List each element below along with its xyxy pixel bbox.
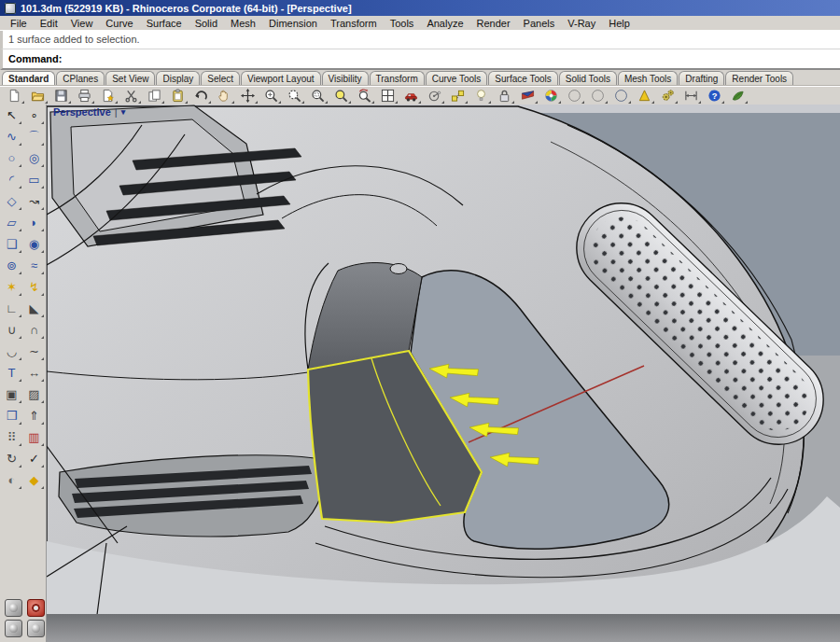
menu-item-mesh[interactable]: Mesh	[224, 17, 262, 30]
zoom-selected-icon[interactable]	[329, 87, 352, 105]
tab-set-view[interactable]: Set View	[105, 71, 155, 85]
tab-render-tools[interactable]: Render Tools	[725, 71, 793, 85]
zoom-in-icon[interactable]	[259, 87, 282, 105]
layer-icon[interactable]	[516, 87, 539, 105]
block-icon[interactable]: ▣	[1, 384, 23, 405]
rendered-mode-icon[interactable]	[609, 87, 632, 105]
sphere-icon[interactable]: ◉	[23, 233, 46, 255]
vray-options-icon[interactable]	[633, 87, 655, 105]
menu-item-solid[interactable]: Solid	[189, 17, 224, 30]
array-linear-icon[interactable]: ▥	[23, 426, 46, 448]
viewport-menu-caret-icon[interactable]: ▾	[121, 107, 126, 117]
vray-material-editor-icon[interactable]	[27, 620, 45, 637]
adjust-blend-icon[interactable]: ∼	[23, 341, 46, 362]
menu-item-transform[interactable]: Transform	[324, 17, 384, 30]
zoom-window-icon[interactable]	[306, 87, 329, 105]
menu-item-panels[interactable]: Panels	[517, 17, 562, 30]
curved-surface-icon[interactable]: ◗	[23, 212, 46, 233]
render-preview-icon[interactable]	[423, 87, 445, 105]
menu-item-file[interactable]: File	[4, 17, 34, 30]
blend-curve-icon[interactable]: ◡	[1, 341, 23, 362]
pan-view-icon[interactable]	[213, 87, 235, 105]
copy-icon[interactable]	[143, 87, 165, 105]
command-line[interactable]: Command:	[0, 49, 840, 70]
torus-icon[interactable]: ⊚	[1, 255, 23, 276]
tab-drafting[interactable]: Drafting	[679, 71, 724, 85]
perspective-viewport[interactable]: Perspective | ▾	[47, 105, 840, 642]
box-icon[interactable]: ❑	[1, 233, 23, 255]
tab-solid-tools[interactable]: Solid Tools	[559, 71, 617, 85]
dimension-icon[interactable]	[679, 87, 702, 105]
explode-icon[interactable]: ✶	[1, 276, 23, 298]
point-icon[interactable]: ∘	[23, 105, 46, 126]
tab-display[interactable]: Display	[156, 71, 200, 85]
boolean-difference-icon[interactable]: ∩	[23, 319, 46, 341]
viewport-title[interactable]: Perspective | ▾	[53, 106, 125, 118]
hatch-icon[interactable]: ▨	[23, 384, 46, 405]
menu-item-curve[interactable]: Curve	[99, 17, 139, 30]
arc-icon[interactable]: ◜	[1, 169, 23, 190]
trim-icon[interactable]: ↯	[23, 276, 46, 298]
ghosted-mode-icon[interactable]	[586, 87, 609, 105]
rectangle-icon[interactable]: ▭	[23, 169, 46, 190]
curve-icon[interactable]: ∿	[1, 126, 23, 147]
lights-icon[interactable]	[469, 87, 492, 105]
surface-blend-icon[interactable]: ≈	[23, 255, 46, 276]
tab-visibility[interactable]: Visibility	[322, 71, 369, 85]
select-pointer-icon[interactable]: ↖	[1, 105, 23, 126]
tab-transform[interactable]: Transform	[370, 71, 425, 85]
menu-item-surface[interactable]: Surface	[140, 17, 189, 30]
color-picker-icon[interactable]	[539, 87, 562, 105]
menu-item-analyze[interactable]: Analyze	[420, 17, 469, 30]
surface-icon[interactable]: ▱	[1, 212, 23, 233]
boolean-union-icon[interactable]: ∪	[1, 319, 23, 341]
vray-material-preview-icon[interactable]	[5, 599, 22, 617]
lock-objects-icon[interactable]	[493, 87, 515, 105]
menu-item-view[interactable]: View	[64, 17, 100, 30]
vray-frame-buffer-icon[interactable]	[5, 620, 22, 637]
menu-item-tools[interactable]: Tools	[384, 17, 421, 30]
visibility-icon[interactable]: ◐	[1, 469, 23, 491]
polygon-icon[interactable]: ◇	[1, 190, 23, 212]
new-file-icon[interactable]	[3, 87, 25, 105]
text-icon[interactable]: T	[1, 362, 23, 384]
print-icon[interactable]	[73, 87, 95, 105]
orient-icon[interactable]: ↻	[1, 448, 23, 469]
tab-select[interactable]: Select	[201, 71, 240, 85]
vray-render-icon[interactable]	[726, 87, 749, 105]
tab-curve-tools[interactable]: Curve Tools	[426, 71, 488, 85]
vray-stop-render-icon[interactable]	[27, 599, 45, 617]
viewport-layout-icon[interactable]	[376, 87, 399, 105]
cut-icon[interactable]	[119, 87, 142, 105]
menu-item-dimension[interactable]: Dimension	[262, 17, 324, 30]
viewport-canvas[interactable]	[47, 105, 840, 642]
circle-icon[interactable]: ○	[1, 147, 23, 169]
render-icon[interactable]	[399, 87, 422, 105]
zoom-dynamic-icon[interactable]	[283, 87, 305, 105]
menu-item-v-ray[interactable]: V-Ray	[561, 17, 602, 30]
options-icon[interactable]	[656, 87, 679, 105]
undo-icon[interactable]	[189, 87, 212, 105]
title-bar[interactable]: 101.3dm (522919 KB) - Rhinoceros Corpora…	[0, 0, 840, 16]
save-file-icon[interactable]	[49, 87, 72, 105]
rotate-view-icon[interactable]	[353, 87, 375, 105]
ellipse-icon[interactable]: ◎	[23, 147, 46, 169]
tab-surface-tools[interactable]: Surface Tools	[488, 71, 557, 85]
menu-item-edit[interactable]: Edit	[34, 17, 64, 30]
open-file-icon[interactable]	[26, 87, 49, 105]
command-input[interactable]	[67, 49, 840, 68]
paste-icon[interactable]	[166, 87, 189, 105]
viewport-title-label[interactable]: Perspective	[53, 106, 111, 118]
tab-cplanes[interactable]: CPlanes	[56, 71, 105, 85]
shaded-mode-icon[interactable]	[563, 87, 585, 105]
fillet-edge-icon[interactable]: ∟	[1, 298, 23, 319]
help-icon[interactable]	[703, 87, 725, 105]
control-point-curve-icon[interactable]: ⌒	[23, 126, 46, 147]
extrude-surface-icon[interactable]: ⇑	[23, 405, 46, 426]
insert-file-icon[interactable]	[96, 87, 119, 105]
check-icon[interactable]: ✓	[23, 448, 46, 469]
cplane-icon[interactable]	[446, 87, 469, 105]
dimension-tool-icon[interactable]: ↔	[23, 362, 46, 384]
menu-item-render[interactable]: Render	[470, 17, 517, 30]
tab-standard[interactable]: Standard	[2, 71, 55, 85]
